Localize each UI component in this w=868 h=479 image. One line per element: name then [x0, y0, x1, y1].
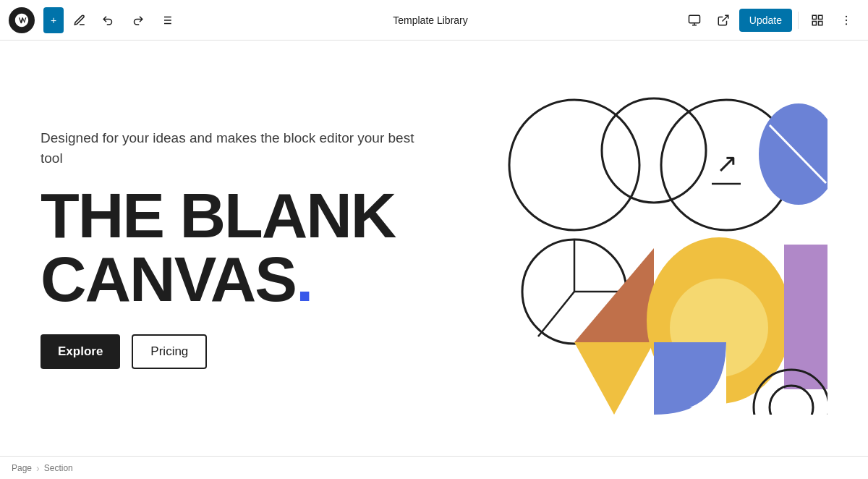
hero-buttons: Explore Pricing: [41, 334, 451, 369]
wordpress-logo[interactable]: [9, 7, 35, 33]
hero-left: Designed for your ideas and makes the bl…: [41, 128, 480, 369]
svg-point-18: [602, 98, 706, 203]
preview-monitor-button[interactable]: [681, 7, 707, 33]
svg-rect-6: [689, 15, 699, 23]
document-title: Template Library: [182, 14, 678, 26]
svg-rect-31: [784, 245, 827, 389]
toolbar-separator: [798, 12, 799, 29]
svg-point-16: [846, 23, 847, 25]
hero-dot: .: [296, 243, 312, 315]
svg-rect-12: [819, 21, 822, 25]
toolbar: + Template Library Update: [0, 0, 868, 41]
svg-text:↗: ↗: [716, 148, 738, 178]
svg-line-9: [722, 15, 728, 21]
breadcrumb-page[interactable]: Page: [12, 463, 32, 473]
main-content: Designed for your ideas and makes the bl…: [0, 41, 868, 456]
redo-button[interactable]: [124, 7, 150, 33]
svg-rect-13: [812, 21, 816, 25]
svg-rect-10: [812, 15, 816, 19]
toolbar-right: Update: [681, 7, 859, 33]
explore-button[interactable]: Explore: [41, 334, 120, 369]
pricing-button[interactable]: Pricing: [132, 334, 207, 369]
tools-button[interactable]: [67, 7, 93, 33]
hero-heading: THE BLANK CANVAS.: [41, 184, 451, 311]
undo-button[interactable]: [95, 7, 122, 33]
svg-point-34: [770, 386, 813, 415]
more-options-button[interactable]: [833, 7, 859, 33]
hero-illustration: ↗: [480, 82, 827, 415]
hero-subtitle: Designed for your ideas and makes the bl…: [41, 128, 424, 169]
svg-point-22: [759, 103, 827, 205]
svg-line-27: [538, 292, 574, 336]
hero-heading-line2: CANVAS.: [41, 247, 451, 311]
breadcrumb-separator: ›: [36, 462, 40, 474]
svg-point-15: [846, 19, 847, 20]
breadcrumb-section[interactable]: Section: [44, 463, 73, 473]
hero-heading-line1: THE BLANK: [41, 184, 451, 247]
status-bar: Page › Section: [0, 456, 868, 479]
external-preview-button[interactable]: [710, 7, 736, 33]
svg-point-17: [509, 100, 639, 230]
svg-marker-32: [574, 342, 654, 415]
list-view-button[interactable]: [153, 7, 179, 33]
svg-marker-28: [574, 248, 654, 342]
update-button[interactable]: Update: [739, 9, 792, 32]
add-block-button[interactable]: +: [43, 7, 64, 33]
svg-rect-11: [819, 15, 822, 19]
settings-button[interactable]: [804, 7, 830, 33]
svg-point-14: [846, 15, 847, 17]
